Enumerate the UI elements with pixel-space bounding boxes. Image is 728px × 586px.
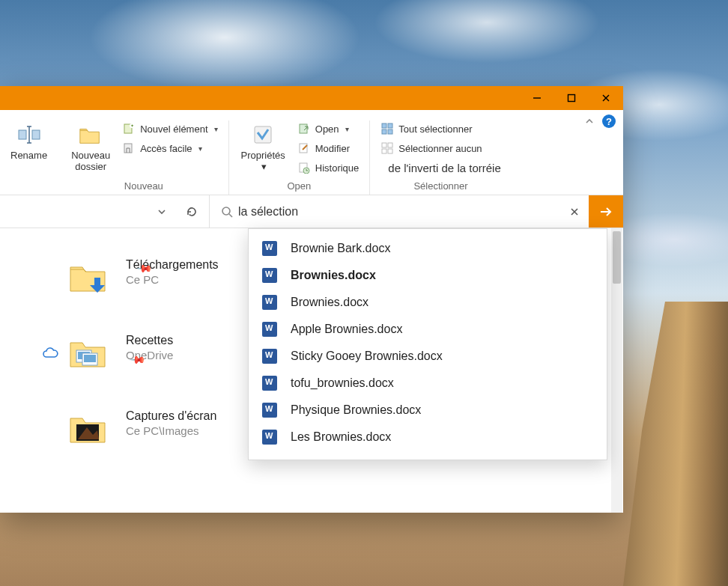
easy-access-label: Accès facile — [140, 143, 192, 154]
svg-text:✦: ✦ — [130, 123, 134, 128]
clear-search-button[interactable] — [560, 195, 589, 228]
screenshots-folder-icon — [67, 409, 111, 447]
edit-button[interactable]: Modifier — [296, 140, 361, 156]
open-label: Open — [315, 123, 339, 135]
edit-label: Modifier — [315, 143, 350, 154]
svg-rect-24 — [382, 143, 386, 147]
properties-button[interactable]: Propriétés ▾ — [238, 120, 288, 174]
word-file-icon — [262, 349, 277, 364]
edit-icon — [297, 141, 311, 155]
rename-icon — [16, 122, 42, 147]
word-file-icon — [262, 403, 277, 418]
select-none-button[interactable]: Sélectionner aucun — [379, 140, 502, 156]
history-label: Historique — [315, 162, 360, 174]
help-icon[interactable]: ? — [602, 115, 616, 128]
easy-access-button[interactable]: Accès facile ▾ — [121, 140, 219, 156]
svg-rect-27 — [388, 149, 392, 153]
svg-rect-25 — [388, 143, 392, 147]
folder-sub: Ce PC — [126, 273, 219, 286]
suggestion-item[interactable]: Brownie Bark.docx — [249, 235, 607, 262]
properties-label: Propriétés — [241, 150, 285, 162]
svg-rect-37 — [84, 355, 96, 362]
ribbon: ? Rename — [0, 110, 623, 195]
suggestion-label: Apple Brownies.docx — [291, 323, 402, 336]
search-go-button[interactable] — [589, 195, 623, 228]
suggestion-item[interactable]: Apple Brownies.docx — [249, 316, 607, 343]
chevron-down-icon: ▾ — [198, 144, 202, 153]
ribbon-group-selectionner: Sélectionner — [379, 176, 502, 192]
chevron-down-icon: ▾ — [345, 125, 349, 133]
suggestion-item[interactable]: Les Brownies.docx — [249, 424, 607, 451]
suggestion-label: Sticky Gooey Brownies.docx — [291, 350, 443, 363]
svg-line-29 — [229, 214, 232, 217]
close-button[interactable] — [589, 86, 623, 110]
new-item-label: Nouvel élément — [140, 123, 207, 135]
invert-selection-label: de l'inverti de la torréie — [388, 162, 500, 174]
suggestion-item[interactable]: Physique Brownies.docx — [249, 397, 607, 424]
search-box[interactable] — [210, 195, 560, 228]
title-bar — [0, 86, 623, 110]
ribbon-collapse-icon[interactable] — [584, 116, 595, 126]
new-folder-button[interactable]: Nouveau dossier — [68, 120, 113, 174]
invert-selection-icon — [380, 161, 383, 174]
open-icon — [297, 122, 311, 135]
pictures-folder-icon — [67, 334, 111, 371]
new-item-icon: ✦ — [122, 122, 136, 135]
new-folder-icon — [78, 122, 103, 147]
folder-title: Recettes — [126, 334, 173, 347]
svg-rect-5 — [32, 130, 40, 139]
suggestion-label: Brownies.docx — [291, 269, 376, 282]
word-file-icon — [262, 295, 277, 310]
downloads-folder-icon — [67, 258, 111, 296]
suggestion-label: Physique Brownies.docx — [291, 403, 421, 417]
word-file-icon — [262, 376, 277, 391]
suggestion-label: Brownie Bark.docx — [291, 242, 390, 255]
cloud-icon — [42, 347, 58, 359]
rename-button[interactable]: Rename — [7, 120, 50, 163]
suggestion-item[interactable]: Brownies.docx — [249, 262, 607, 289]
properties-icon — [250, 122, 276, 147]
word-file-icon — [262, 430, 277, 445]
suggestion-item[interactable]: tofu_brownies.docx — [249, 370, 607, 397]
ribbon-group-nouveau: Nouveau — [68, 176, 219, 192]
ribbon-group-open: Open — [238, 176, 361, 192]
select-none-icon — [380, 141, 394, 155]
svg-rect-13 — [255, 126, 271, 143]
suggestion-item[interactable]: Sticky Gooey Brownies.docx — [249, 343, 607, 370]
address-bar[interactable] — [0, 195, 210, 228]
open-button[interactable]: Open ▾ — [296, 120, 361, 137]
search-input[interactable] — [234, 202, 557, 222]
word-file-icon — [262, 241, 277, 256]
word-file-icon — [262, 268, 277, 283]
folder-title: Captures d'écran — [126, 409, 216, 423]
svg-rect-1 — [568, 95, 575, 102]
suggestion-item[interactable]: Brownies.docx — [249, 289, 607, 316]
minimize-button[interactable] — [520, 86, 554, 110]
suggestion-label: Brownies.docx — [291, 296, 368, 309]
file-explorer-window: ? Rename — [0, 86, 623, 513]
history-button[interactable]: Historique — [296, 159, 361, 176]
svg-rect-20 — [382, 123, 386, 128]
select-none-label: Sélectionner aucun — [398, 143, 482, 154]
select-all-label: Tout sélectionner — [398, 123, 472, 135]
address-search-row — [0, 195, 623, 228]
suggestion-label: Les Brownies.docx — [291, 430, 391, 444]
svg-rect-26 — [382, 149, 386, 153]
refresh-button[interactable] — [179, 199, 204, 225]
svg-rect-23 — [388, 129, 392, 134]
invert-selection-button[interactable]: de l'inverti de la torréie — [379, 159, 502, 176]
svg-rect-4 — [19, 130, 26, 139]
svg-rect-21 — [388, 123, 392, 128]
address-dropdown-button[interactable] — [149, 199, 175, 225]
new-folder-label: Nouveau dossier — [71, 150, 110, 173]
new-item-button[interactable]: ✦ Nouvel élément ▾ — [121, 120, 219, 137]
select-all-icon — [380, 122, 394, 135]
rename-label: Rename — [10, 150, 47, 162]
svg-rect-22 — [382, 129, 386, 134]
maximize-button[interactable] — [554, 86, 589, 110]
suggestion-label: tofu_brownies.docx — [291, 376, 394, 390]
chevron-down-icon: ▾ — [261, 162, 267, 173]
search-icon — [220, 205, 234, 219]
select-all-button[interactable]: Tout sélectionner — [379, 120, 502, 137]
svg-point-28 — [222, 207, 230, 215]
